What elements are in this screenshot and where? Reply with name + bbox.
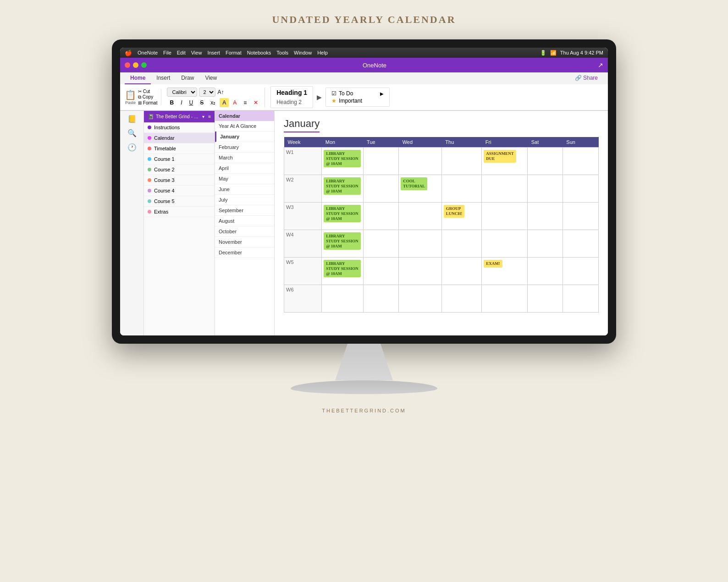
tab-draw[interactable]: Draw: [176, 72, 199, 84]
cell-w5-sun[interactable]: [563, 258, 598, 285]
cell-w4-fri[interactable]: [482, 230, 528, 258]
cell-w2-fri[interactable]: [482, 175, 528, 203]
page-december[interactable]: December: [215, 247, 274, 258]
align-button[interactable]: ≡: [241, 98, 249, 107]
cell-w5-wed[interactable]: [399, 258, 442, 285]
cell-w3-thu[interactable]: GROUPLUNCH!: [441, 203, 482, 230]
page-february[interactable]: February: [215, 142, 274, 153]
section-course5[interactable]: Course 5: [144, 196, 215, 207]
menu-edit[interactable]: Edit: [177, 50, 186, 55]
page-august[interactable]: August: [215, 216, 274, 226]
menu-window[interactable]: Window: [294, 50, 312, 55]
cell-w5-fri[interactable]: EXAM!: [482, 258, 528, 285]
notebook-name[interactable]: 📓 The Better Grind - OneNote Student Not…: [144, 111, 215, 122]
section-course2[interactable]: Course 2: [144, 165, 215, 175]
format-button[interactable]: ⊞ Format: [138, 100, 157, 105]
cell-w4-tue[interactable]: [363, 230, 399, 258]
heading1-style[interactable]: Heading 1: [275, 88, 309, 97]
search-icon[interactable]: 🔍: [127, 129, 137, 137]
subscript-button[interactable]: x₂: [208, 98, 218, 107]
close-button[interactable]: [125, 62, 130, 68]
strikethrough-button[interactable]: S: [197, 98, 206, 107]
cell-w6-mon[interactable]: [322, 285, 363, 313]
underline-button[interactable]: U: [186, 98, 196, 107]
cell-w4-sat[interactable]: [528, 230, 563, 258]
cell-w3-tue[interactable]: [363, 203, 399, 230]
cell-w5-sat[interactable]: [528, 258, 563, 285]
grow-font-icon[interactable]: A↑: [217, 89, 224, 95]
cell-w5-tue[interactable]: [363, 258, 399, 285]
page-november[interactable]: November: [215, 237, 274, 247]
notebook-chevron[interactable]: ▾: [202, 114, 204, 119]
cell-w1-sun[interactable]: [563, 148, 598, 175]
cell-w6-thu[interactable]: [441, 285, 482, 313]
cell-w6-tue[interactable]: [363, 285, 399, 313]
page-june[interactable]: June: [215, 184, 274, 195]
cell-w1-fri[interactable]: ASSIGNMENTDUE: [482, 148, 528, 175]
tab-insert[interactable]: Insert: [151, 72, 176, 84]
styles-expand-icon[interactable]: ▶: [317, 93, 322, 101]
cell-w3-mon[interactable]: LIBRARYSTUDY SESSION@ 10AM: [322, 203, 363, 230]
page-september[interactable]: September: [215, 205, 274, 216]
share-button[interactable]: 🔗 Share: [569, 72, 603, 84]
font-color-button[interactable]: A: [230, 98, 239, 107]
page-january[interactable]: January: [215, 132, 274, 142]
section-instructions[interactable]: Instructions: [144, 122, 215, 133]
cell-w4-wed[interactable]: [399, 230, 442, 258]
cell-w5-thu[interactable]: [441, 258, 482, 285]
cell-w6-sat[interactable]: [528, 285, 563, 313]
section-course3[interactable]: Course 3: [144, 175, 215, 186]
clear-format-button[interactable]: ✕: [251, 98, 261, 107]
cell-w4-sun[interactable]: [563, 230, 598, 258]
cell-w1-wed[interactable]: [399, 148, 442, 175]
cell-w3-sat[interactable]: [528, 203, 563, 230]
cell-w1-thu[interactable]: [441, 148, 482, 175]
section-course1[interactable]: Course 1: [144, 154, 215, 165]
font-size-selector[interactable]: 20: [199, 88, 215, 97]
menu-insert[interactable]: Insert: [207, 50, 220, 55]
todo-expand[interactable]: ▶: [380, 91, 384, 96]
cell-w2-sat[interactable]: [528, 175, 563, 203]
cell-w3-sun[interactable]: [563, 203, 598, 230]
page-july[interactable]: July: [215, 195, 274, 205]
cell-w1-tue[interactable]: [363, 148, 399, 175]
page-march[interactable]: March: [215, 153, 274, 163]
page-year-at-a-glance[interactable]: Year At A Glance: [215, 121, 274, 132]
menu-view[interactable]: View: [191, 50, 202, 55]
tab-view[interactable]: View: [199, 72, 222, 84]
copy-button[interactable]: ⧉ Copy: [138, 94, 157, 100]
cell-w6-sun[interactable]: [563, 285, 598, 313]
tab-home[interactable]: Home: [125, 72, 151, 84]
cut-button[interactable]: ✂ Cut: [138, 89, 157, 94]
cell-w2-sun[interactable]: [563, 175, 598, 203]
page-october[interactable]: October: [215, 226, 274, 237]
section-course4[interactable]: Course 4: [144, 186, 215, 196]
cell-w5-mon[interactable]: LIBRARYSTUDY SESSION@ 10AM: [322, 258, 363, 285]
menu-onenote[interactable]: OneNote: [138, 50, 158, 55]
heading2-style[interactable]: Heading 2: [275, 99, 309, 106]
cell-w3-fri[interactable]: [482, 203, 528, 230]
menu-notebooks[interactable]: Notebooks: [247, 50, 271, 55]
menu-help[interactable]: Help: [317, 50, 328, 55]
font-selector[interactable]: Calibri: [167, 88, 197, 97]
section-extras[interactable]: Extras: [144, 207, 215, 217]
cell-w4-mon[interactable]: LIBRARYSTUDY SESSION@ 10AM: [322, 230, 363, 258]
cell-w2-wed[interactable]: COOLTUTORIAL: [399, 175, 442, 203]
todo-task[interactable]: ☑ To Do ▶: [331, 90, 384, 97]
important-task[interactable]: ★ Important: [331, 97, 384, 104]
page-may[interactable]: May: [215, 174, 274, 184]
minimize-button[interactable]: [133, 62, 138, 68]
notebook-icon[interactable]: 📒: [127, 115, 137, 123]
bold-button[interactable]: B: [167, 98, 176, 107]
menu-tools[interactable]: Tools: [276, 50, 288, 55]
highlight-button[interactable]: A: [220, 98, 229, 107]
add-section-icon[interactable]: ≡: [208, 114, 211, 119]
cell-w4-thu[interactable]: [441, 230, 482, 258]
cell-w1-sat[interactable]: [528, 148, 563, 175]
cell-w6-fri[interactable]: [482, 285, 528, 313]
cell-w6-wed[interactable]: [399, 285, 442, 313]
italic-button[interactable]: I: [178, 98, 185, 107]
share-icon[interactable]: ↗: [598, 61, 603, 69]
cell-w3-wed[interactable]: [399, 203, 442, 230]
menu-file[interactable]: File: [163, 50, 171, 55]
